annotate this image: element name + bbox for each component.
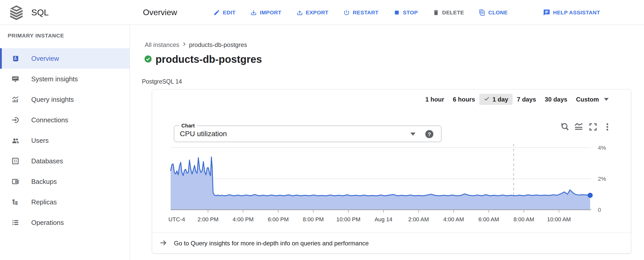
instance-title-row: products-db-postgres [144, 54, 262, 65]
page-title: Overview [143, 0, 177, 25]
stop-square-icon [393, 9, 400, 16]
sidebar-item-replicas[interactable]: Replicas [0, 192, 130, 212]
instance-version: PostgreSQL 14 [142, 78, 182, 85]
x-tick-label: 4:00 AM [443, 216, 464, 223]
x-tick-label: 4:00 PM [233, 216, 254, 223]
cpu-utilization-chart[interactable]: 02%4%2:00 PM4:00 PM6:00 PM8:00 PM10:00 P… [152, 89, 631, 232]
databases-icon [11, 157, 19, 165]
instance-name: products-db-postgres [155, 54, 262, 65]
stop-button[interactable]: STOP [393, 9, 418, 16]
sidebar-item-query-insights[interactable]: Query insights [0, 89, 130, 110]
breadcrumb-all-instances[interactable]: All instances [145, 41, 179, 48]
x-tick-label: 6:00 AM [479, 216, 499, 223]
import-icon [250, 9, 257, 16]
query-insights-icon [11, 95, 19, 104]
sidebar-item-overview[interactable]: Overview [0, 48, 130, 69]
sidebar-item-databases[interactable]: Databases [0, 151, 130, 171]
sql-database-logo-icon [9, 5, 24, 20]
x-tick-label: 6:00 PM [268, 216, 289, 223]
connections-icon [11, 116, 19, 124]
backups-icon [11, 177, 19, 186]
system-insights-icon [11, 75, 19, 83]
main-content: All instances products-db-postgres produ… [130, 25, 644, 260]
sidebar-item-users[interactable]: Users [0, 130, 130, 151]
export-button[interactable]: EXPORT [296, 9, 329, 16]
breadcrumb: All instances products-db-postgres [145, 41, 247, 49]
x-tick-label: 8:00 AM [514, 216, 534, 223]
sidebar-item-backups[interactable]: Backups [0, 171, 130, 192]
replicas-icon [11, 198, 19, 206]
arrow-forward-icon [159, 239, 167, 248]
sidebar-section-label: PRIMARY INSTANCE [8, 33, 64, 39]
power-icon [343, 9, 350, 16]
clone-button[interactable]: CLONE [479, 9, 508, 16]
product-name: SQL [31, 0, 49, 25]
query-insights-link[interactable]: Go to Query insights for more in-depth i… [152, 233, 631, 254]
status-healthy-icon [144, 55, 152, 64]
series-line [171, 157, 590, 196]
restart-button[interactable]: RESTART [343, 9, 378, 16]
x-tick-label: 10:00 PM [336, 216, 360, 223]
pencil-icon [213, 9, 220, 16]
series-area [171, 157, 590, 210]
chevron-right-icon [181, 41, 188, 49]
edit-button[interactable]: EDIT [213, 9, 235, 16]
cloud-sql-overview-page: SQL Overview EDIT IMPORT EXPORT [0, 0, 644, 260]
sidebar-item-connections[interactable]: Connections [0, 110, 130, 130]
trash-icon [433, 9, 439, 16]
clone-icon [479, 9, 485, 16]
sidebar: PRIMARY INSTANCE Overview System insight… [0, 25, 130, 260]
help-assistant-button[interactable]: HELP ASSISTANT [543, 9, 600, 16]
overview-icon [11, 54, 19, 63]
chat-help-icon [543, 9, 550, 16]
import-button[interactable]: IMPORT [250, 9, 281, 16]
x-tick-label: 8:00 PM [303, 216, 324, 223]
users-icon [11, 136, 19, 145]
x-tick-label: 10:00 AM [547, 216, 571, 223]
app-header: SQL Overview EDIT IMPORT EXPORT [0, 0, 644, 25]
metrics-card: 1 hour 6 hours 1 day 7 days 30 days Cust… [152, 89, 631, 254]
operations-icon [11, 218, 19, 227]
x-tick-label: Aug 14 [375, 216, 392, 223]
timezone-label: UTC-4 [169, 216, 185, 223]
sidebar-item-system-insights[interactable]: System insights [0, 69, 130, 89]
query-insights-link-label: Go to Query insights for more in-depth i… [174, 240, 369, 247]
x-tick-label: 2:00 AM [408, 216, 429, 223]
sidebar-nav: Overview System insights Query insights … [0, 48, 130, 233]
export-icon [296, 9, 303, 16]
latest-value-dot [588, 193, 593, 198]
delete-button[interactable]: DELETE [433, 9, 464, 16]
breadcrumb-current: products-db-postgres [189, 41, 247, 48]
x-tick-label: 2:00 PM [198, 216, 219, 223]
instance-action-toolbar: EDIT IMPORT EXPORT RESTART [213, 0, 600, 25]
y-tick-label: 0 [598, 207, 601, 213]
sidebar-item-operations[interactable]: Operations [0, 212, 130, 233]
y-tick-label: 4% [598, 145, 606, 151]
y-tick-label: 2% [598, 176, 606, 182]
